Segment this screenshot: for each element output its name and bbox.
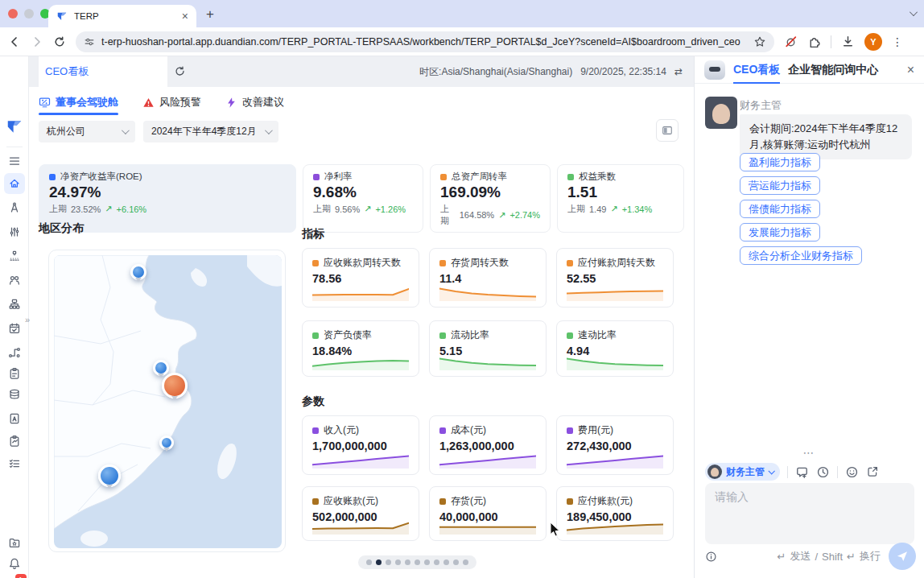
kpi-card-equity-multiplier[interactable]: 权益乘数 1.51 上期1.49↗+1.34% xyxy=(557,164,684,233)
param-card[interactable]: 成本(元)1,263,000,000 xyxy=(429,415,547,475)
new-tab-button[interactable]: + xyxy=(206,6,214,23)
assistant-tab-ceo[interactable]: CEO看板 xyxy=(733,63,780,77)
pagination-dot[interactable] xyxy=(366,559,372,565)
metric-card[interactable]: 应付账款周转天数52.55 xyxy=(556,248,674,308)
metric-accent-square xyxy=(312,332,319,339)
reload-icon[interactable] xyxy=(53,35,66,48)
pagination-dot[interactable] xyxy=(424,559,430,565)
chevron-down-icon xyxy=(122,126,130,134)
rail-expand-handle[interactable]: » xyxy=(25,315,30,324)
coins-icon[interactable] xyxy=(8,388,21,401)
param-accent-square xyxy=(312,427,319,434)
param-card[interactable]: 应付账款(元)189,450,000 xyxy=(556,486,674,541)
site-settings-icon[interactable] xyxy=(84,36,95,47)
region-map[interactable] xyxy=(48,250,286,552)
clipboard-send-icon[interactable] xyxy=(8,435,21,448)
tab-boardroom-cockpit[interactable]: 董事会驾驶舱 xyxy=(39,95,118,109)
tab-risk-warning[interactable]: 风险预警 xyxy=(142,95,201,109)
chevron-down-icon[interactable] xyxy=(910,8,918,16)
pagination-dot[interactable] xyxy=(376,559,382,565)
period-select[interactable]: 2024年下半年4季度12月 xyxy=(143,121,278,142)
history-clock-icon[interactable] xyxy=(816,465,830,479)
emoji-icon[interactable] xyxy=(845,465,859,479)
map-pin-fujian[interactable] xyxy=(159,436,174,450)
pagination-dot[interactable] xyxy=(463,559,468,565)
metric-card[interactable]: 应收账款周转天数78.56 xyxy=(302,248,419,308)
map-pin-north[interactable] xyxy=(130,264,146,280)
extension-icon[interactable] xyxy=(784,35,798,48)
company-select[interactable]: 杭州公司 xyxy=(39,121,135,142)
forward-icon[interactable] xyxy=(31,35,43,48)
browser-profile-avatar[interactable]: Y xyxy=(864,33,882,51)
clipboard-pen-icon[interactable] xyxy=(8,367,21,380)
new-chat-icon[interactable] xyxy=(795,465,809,479)
quick-action-solvency[interactable]: 偿债能力指标 xyxy=(740,200,820,218)
terp-logo[interactable] xyxy=(6,118,23,135)
quick-action-growth[interactable]: 发展能力指标 xyxy=(740,223,820,242)
sliders-icon[interactable] xyxy=(8,225,21,238)
panel-toggle-button[interactable] xyxy=(656,119,679,142)
expand-icon[interactable] xyxy=(866,465,879,478)
metric-card[interactable]: 资产负债率18.84% xyxy=(302,320,419,377)
sitemap-icon[interactable] xyxy=(8,298,21,311)
resize-handle[interactable]: ⋯ xyxy=(803,446,816,459)
param-card[interactable]: 存货(元)40,000,000 xyxy=(429,486,547,541)
map-pin-hangzhou[interactable] xyxy=(162,373,188,398)
extensions-puzzle-icon[interactable] xyxy=(807,35,821,48)
menu-icon[interactable] xyxy=(8,155,21,167)
pagination-dot[interactable] xyxy=(434,559,439,565)
browser-menu-icon[interactable]: ⋮ xyxy=(892,35,903,48)
tab-improvement-advice[interactable]: 改善建议 xyxy=(225,95,284,109)
warning-triangle-icon xyxy=(142,97,155,109)
metric-card[interactable]: 流动比率5.15 xyxy=(429,320,547,377)
back-icon[interactable] xyxy=(8,35,21,48)
kpi-card-asset-turnover[interactable]: 总资产周转率 169.09% 上期164.58%↗+2.74% xyxy=(430,164,551,233)
bell-icon[interactable] xyxy=(8,557,21,570)
window-close-button[interactable] xyxy=(8,9,18,19)
send-button[interactable] xyxy=(889,543,916,570)
info-icon[interactable] xyxy=(705,551,717,563)
refresh-icon[interactable] xyxy=(174,65,186,77)
window-minimize-button[interactable] xyxy=(24,9,34,19)
param-card[interactable]: 费用(元)272,430,000 xyxy=(556,415,674,475)
metric-card[interactable]: 存货周转天数11.4 xyxy=(429,248,547,308)
swap-timezone-icon[interactable]: ⇄ xyxy=(674,66,683,77)
quick-action-comprehensive[interactable]: 综合分析企业财务指标 xyxy=(740,246,862,265)
pagination-dot[interactable] xyxy=(395,559,401,565)
address-bar[interactable]: t-erp-huoshan-portal.app.duandian.com/TE… xyxy=(76,31,774,52)
bookmark-star-icon[interactable] xyxy=(753,35,766,48)
home-icon[interactable] xyxy=(4,173,25,194)
people-icon[interactable] xyxy=(8,274,21,287)
hierarchy-icon[interactable] xyxy=(8,250,21,262)
folder-star-icon[interactable] xyxy=(8,536,21,549)
pagination-dot[interactable] xyxy=(386,559,391,565)
pagination-dot[interactable] xyxy=(443,559,449,565)
metric-accent-square xyxy=(312,260,319,266)
pagination-dot[interactable] xyxy=(405,559,410,565)
param-card[interactable]: 应收账款(元)502,000,000 xyxy=(302,486,419,541)
calendar-check-icon[interactable] xyxy=(8,322,21,335)
quick-action-profitability[interactable]: 盈利能力指标 xyxy=(740,153,820,171)
kpi-card-net-margin[interactable]: 净利率 9.68% 上期9.56%↗+1.26% xyxy=(303,164,423,233)
close-icon[interactable]: × xyxy=(907,63,914,77)
role-selector[interactable]: 财务主管 xyxy=(705,463,780,481)
quick-action-operations[interactable]: 营运能力指标 xyxy=(740,176,820,195)
param-card[interactable]: 收入(元)1,700,000,000 xyxy=(302,415,419,475)
pagination-dot[interactable] xyxy=(453,559,459,565)
document-a-icon[interactable] xyxy=(8,412,21,425)
map-pin-guangdong[interactable] xyxy=(98,464,121,487)
flow-icon[interactable] xyxy=(8,346,21,359)
sparkline-chart xyxy=(567,353,663,370)
panel-layout-icon xyxy=(662,125,673,136)
map-pin-jiangsu[interactable] xyxy=(153,360,169,376)
compass-icon[interactable] xyxy=(8,201,21,214)
workspace-tab-ceo[interactable]: CEO看板 xyxy=(39,56,167,87)
trend-up-icon: ↗ xyxy=(105,204,112,214)
download-icon[interactable] xyxy=(841,35,855,48)
browser-tab[interactable]: TERP × xyxy=(48,5,196,27)
checklist-icon[interactable] xyxy=(8,457,21,470)
pagination-dot[interactable] xyxy=(415,559,420,565)
metric-card[interactable]: 速动比率4.94 xyxy=(556,320,674,377)
chat-input[interactable] xyxy=(705,483,914,544)
tab-close-icon[interactable]: × xyxy=(182,10,188,22)
